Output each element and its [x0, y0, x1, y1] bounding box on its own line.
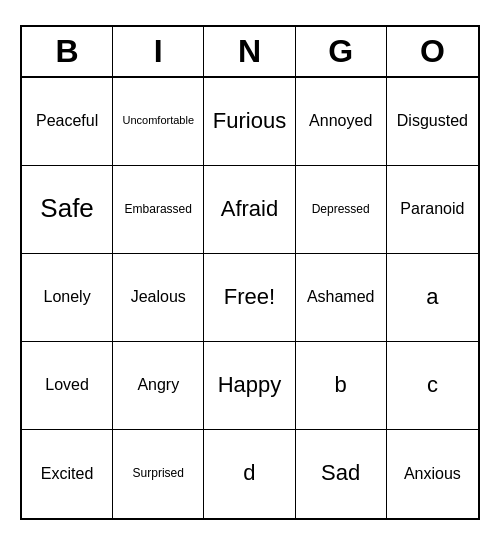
cell-r0-c4[interactable]: Disgusted	[387, 78, 478, 166]
cell-r2-c4[interactable]: a	[387, 254, 478, 342]
cell-text: Safe	[40, 193, 94, 224]
cell-text: Depressed	[312, 202, 370, 216]
cell-r1-c2[interactable]: Afraid	[204, 166, 295, 254]
cell-r1-c3[interactable]: Depressed	[296, 166, 387, 254]
cell-r4-c4[interactable]: Anxious	[387, 430, 478, 518]
cell-text: Uncomfortable	[123, 114, 195, 127]
header-letter: N	[204, 27, 295, 76]
cell-text: Loved	[45, 375, 89, 394]
cell-text: Disgusted	[397, 111, 468, 130]
cell-r0-c2[interactable]: Furious	[204, 78, 295, 166]
cell-r1-c0[interactable]: Safe	[22, 166, 113, 254]
cell-text: Excited	[41, 464, 93, 483]
bingo-header: BINGO	[22, 27, 478, 78]
cell-r4-c1[interactable]: Surprised	[113, 430, 204, 518]
cell-r3-c1[interactable]: Angry	[113, 342, 204, 430]
header-letter: G	[296, 27, 387, 76]
cell-r0-c0[interactable]: Peaceful	[22, 78, 113, 166]
cell-text: Peaceful	[36, 111, 98, 130]
cell-r3-c0[interactable]: Loved	[22, 342, 113, 430]
cell-text: Furious	[213, 108, 286, 134]
cell-text: Annoyed	[309, 111, 372, 130]
header-letter: I	[113, 27, 204, 76]
cell-r2-c0[interactable]: Lonely	[22, 254, 113, 342]
cell-r2-c2[interactable]: Free!	[204, 254, 295, 342]
cell-text: Lonely	[44, 287, 91, 306]
cell-r2-c3[interactable]: Ashamed	[296, 254, 387, 342]
cell-text: Angry	[137, 375, 179, 394]
header-letter: O	[387, 27, 478, 76]
cell-text: Paranoid	[400, 199, 464, 218]
cell-text: Happy	[218, 372, 282, 398]
cell-r1-c4[interactable]: Paranoid	[387, 166, 478, 254]
cell-r4-c0[interactable]: Excited	[22, 430, 113, 518]
header-letter: B	[22, 27, 113, 76]
cell-text: Surprised	[133, 466, 184, 480]
cell-text: Anxious	[404, 464, 461, 483]
bingo-grid: PeacefulUncomfortableFuriousAnnoyedDisgu…	[22, 78, 478, 518]
cell-r4-c2[interactable]: d	[204, 430, 295, 518]
cell-r3-c4[interactable]: c	[387, 342, 478, 430]
cell-text: b	[335, 372, 347, 398]
cell-r0-c3[interactable]: Annoyed	[296, 78, 387, 166]
cell-r3-c3[interactable]: b	[296, 342, 387, 430]
cell-text: Free!	[224, 284, 275, 310]
cell-r2-c1[interactable]: Jealous	[113, 254, 204, 342]
cell-text: Jealous	[131, 287, 186, 306]
cell-text: c	[427, 372, 438, 398]
cell-r3-c2[interactable]: Happy	[204, 342, 295, 430]
cell-text: d	[243, 460, 255, 486]
cell-text: Afraid	[221, 196, 278, 222]
cell-text: Ashamed	[307, 287, 375, 306]
cell-r4-c3[interactable]: Sad	[296, 430, 387, 518]
cell-text: Sad	[321, 460, 360, 486]
cell-text: a	[426, 284, 438, 310]
cell-r1-c1[interactable]: Embarassed	[113, 166, 204, 254]
bingo-card: BINGO PeacefulUncomfortableFuriousAnnoye…	[20, 25, 480, 520]
cell-text: Embarassed	[125, 202, 192, 216]
cell-r0-c1[interactable]: Uncomfortable	[113, 78, 204, 166]
